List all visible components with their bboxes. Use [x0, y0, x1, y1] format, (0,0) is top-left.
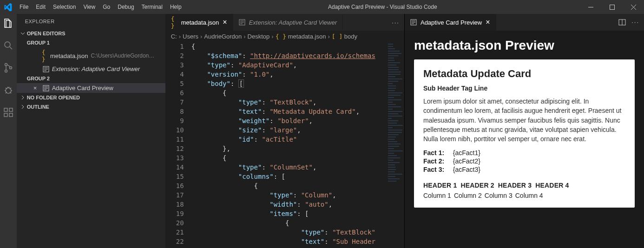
svg-point-2 [5, 42, 10, 47]
open-editors-section[interactable]: OPEN EDITORS [17, 29, 165, 38]
more-actions-icon[interactable]: ··· [392, 19, 400, 26]
code-content[interactable]: { "$schema": "http://adaptivecards.io/sc… [191, 42, 386, 248]
breadcrumb[interactable]: C:›Users›AudrieGordon›Desktop›{ } metada… [165, 31, 404, 42]
tab-adaptive-card-preview[interactable]: Adaptive Card Preview × [405, 14, 496, 31]
card-columns-row: Column 1Column 2Column 3Column 4 [423, 192, 625, 199]
group-label: GROUP 1 [17, 38, 165, 47]
close-icon[interactable]: × [486, 18, 490, 26]
card-column-cell: Column 3 [485, 192, 513, 199]
preview-icon [43, 66, 49, 72]
tab-metadata-json[interactable]: { }metadata.json× [165, 14, 233, 31]
card-column-cell: Column 4 [515, 192, 543, 199]
tab-label: Extension: Adaptive Card Viewer [249, 19, 337, 26]
menu-go[interactable]: Go [99, 4, 114, 10]
explorer-icon[interactable] [3, 18, 14, 29]
tab-extension-adaptive-card-viewer[interactable]: Extension: Adaptive Card Viewer [233, 14, 343, 31]
card-facts: Fact 1: {acFact1}Fact 2: {acFact2}Fact 3… [423, 149, 625, 173]
svg-rect-1 [610, 5, 614, 9]
svg-rect-7 [4, 108, 7, 111]
card-title: Metadata Update Card [423, 68, 625, 80]
card-header-cell: HEADER 2 [460, 182, 494, 189]
breadcrumb-segment[interactable]: C: [171, 33, 177, 40]
card-column-cell: Column 1 [423, 192, 451, 199]
window-minimize-button[interactable] [580, 0, 601, 14]
card-header-cell: HEADER 3 [498, 182, 532, 189]
vscode-logo-icon [0, 3, 16, 11]
no-folder-section[interactable]: NO FOLDER OPENED [17, 93, 165, 102]
chevron-right-icon: › [271, 33, 273, 40]
json-icon: { } [42, 49, 47, 63]
breadcrumb-segment[interactable]: Users [183, 33, 198, 40]
close-icon[interactable]: × [223, 18, 227, 26]
activity-bar [0, 14, 17, 248]
card-header-cell: HEADER 4 [535, 182, 569, 189]
breadcrumb-segment[interactable]: [ ] body [332, 33, 357, 40]
chevron-right-icon: › [328, 33, 329, 40]
svg-rect-10 [9, 108, 13, 111]
search-icon[interactable] [3, 40, 14, 51]
explorer-sidebar: EXPLORER OPEN EDITORS GROUP 1{ }metadata… [17, 14, 165, 248]
more-actions-icon[interactable]: ··· [631, 19, 639, 26]
file-name: Extension: Adaptive Card Viewer [52, 65, 140, 72]
code-editor[interactable]: 12345678910111213141516171819202122 { "$… [165, 42, 404, 248]
open-editor-item[interactable]: ×Adaptive Card Preview [17, 83, 165, 93]
adaptive-card: Metadata Update Card Sub Header Tag Line… [414, 59, 635, 208]
source-control-icon[interactable] [3, 62, 14, 73]
outline-label: OUTLINE [27, 104, 49, 110]
menu-file[interactable]: File [16, 4, 32, 10]
menu-view[interactable]: View [79, 4, 99, 10]
extensions-icon[interactable] [3, 107, 14, 118]
window-maximize-button[interactable] [601, 0, 623, 14]
open-editors-label: OPEN EDITORS [27, 31, 66, 36]
chevron-right-icon [20, 95, 25, 100]
minimap[interactable] [386, 42, 404, 248]
editor-tabs: Adaptive Card Preview × ··· [405, 14, 644, 31]
chevron-right-icon: › [179, 33, 181, 40]
line-number-gutter: 12345678910111213141516171819202122 [165, 42, 191, 248]
preview-icon [410, 19, 417, 26]
menu-help[interactable]: Help [166, 4, 185, 10]
preview-icon [43, 85, 49, 91]
svg-point-3 [5, 64, 7, 66]
titlebar: FileEditSelectionViewGoDebugTerminalHelp… [0, 0, 644, 14]
group-label: GROUP 2 [17, 74, 165, 83]
chevron-right-icon: › [200, 33, 202, 40]
editor-group-2: Adaptive Card Preview × ··· metadata.jso… [405, 14, 644, 248]
open-editor-item[interactable]: { }metadata.jsonC:\Users\AudrieGordon\De… [17, 47, 165, 64]
preview-title: metadata.json Preview [414, 38, 635, 53]
menu-selection[interactable]: Selection [49, 4, 79, 10]
open-editor-item[interactable]: Extension: Adaptive Card Viewer [17, 64, 165, 74]
tab-label: metadata.json [181, 19, 219, 26]
card-body-text: Lorem ipsum dolor sit amet, consectetur … [423, 97, 625, 144]
svg-rect-0 [588, 7, 593, 7]
no-folder-label: NO FOLDER OPENED [27, 95, 80, 100]
window-title: Adaptive Card Preview - Visual Studio Co… [185, 4, 580, 10]
window-close-button[interactable] [623, 0, 644, 14]
chevron-down-icon [20, 31, 25, 36]
svg-point-4 [5, 70, 7, 72]
menu-terminal[interactable]: Terminal [138, 4, 166, 10]
card-headers-row: HEADER 1HEADER 2HEADER 3HEADER 4 [423, 182, 625, 189]
fact-row: Fact 3: {acFact3} [423, 166, 625, 173]
chevron-right-icon: › [243, 33, 245, 40]
split-editor-icon[interactable] [618, 19, 626, 26]
breadcrumb-segment[interactable]: { } metadata.json [276, 33, 326, 40]
menu-debug[interactable]: Debug [114, 4, 138, 10]
chevron-right-icon [20, 104, 25, 109]
tab-label: Adaptive Card Preview [421, 19, 482, 26]
breadcrumb-segment[interactable]: Desktop [248, 33, 270, 40]
fact-row: Fact 2: {acFact2} [423, 157, 625, 165]
fact-row: Fact 1: {acFact1} [423, 149, 625, 157]
card-subheader: Sub Header Tag Line [423, 85, 625, 92]
close-icon[interactable]: × [33, 85, 40, 91]
menu-edit[interactable]: Edit [32, 4, 49, 10]
debug-icon[interactable] [3, 85, 14, 96]
preview-body: metadata.json Preview Metadata Update Ca… [405, 31, 644, 248]
svg-rect-8 [4, 113, 7, 117]
preview-icon [239, 19, 245, 26]
json-icon: { } [171, 15, 177, 29]
card-column-cell: Column 2 [454, 192, 482, 199]
editor-group-1: { }metadata.json×Extension: Adaptive Car… [165, 14, 405, 248]
breadcrumb-segment[interactable]: AudrieGordon [204, 33, 242, 40]
outline-section[interactable]: OUTLINE [17, 102, 165, 111]
